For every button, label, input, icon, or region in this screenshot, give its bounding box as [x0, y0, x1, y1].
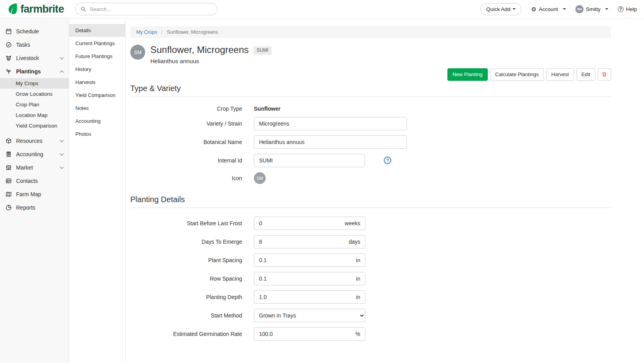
start-method-label: Start Method — [130, 312, 242, 319]
sidebar-item-livestock[interactable]: Livestock — [0, 51, 69, 65]
tab-history[interactable]: History — [69, 63, 125, 76]
crop-type-label: Crop Type — [130, 106, 242, 112]
emerge-unit-label: days — [348, 239, 360, 245]
start-method-select[interactable]: Grown in Trays — [254, 309, 365, 322]
tab-photos[interactable]: Photos — [69, 128, 125, 140]
trash-icon — [602, 71, 607, 77]
action-buttons: New Planting Calculate Plantings Harvest… — [130, 68, 611, 81]
form-row-germination: Estimated Germination Rate % — [130, 327, 611, 341]
planting-depth-unit-label: in — [356, 294, 360, 300]
chevron-down-icon — [60, 139, 64, 142]
germination-unit-label: % — [356, 331, 360, 337]
global-search[interactable] — [75, 3, 217, 15]
germination-input-group: % — [254, 327, 365, 341]
help-icon: ? — [618, 6, 624, 12]
internal-id-label: Internal Id — [130, 157, 242, 164]
form-row-start-method: Start Method Grown in Trays — [130, 309, 611, 322]
plant-spacing-input[interactable] — [254, 254, 356, 266]
sidebar-item-schedule[interactable]: Schedule — [0, 25, 69, 38]
row-spacing-input[interactable] — [254, 272, 356, 285]
edit-button[interactable]: Edit — [576, 68, 595, 81]
quick-add-button[interactable]: Quick Add — [480, 3, 522, 15]
form-row-botanical: Botanical Name — [130, 135, 611, 149]
section-type-variety: Type & Variety — [130, 84, 611, 97]
sidebar-item-yield-comparison[interactable]: Yield Comparison — [0, 120, 69, 131]
plant-icon — [5, 68, 12, 75]
tab-harvests[interactable]: Harvests — [69, 76, 125, 89]
main-content: My Crops / Sunflower, Microgreens SM Sun… — [126, 18, 644, 363]
storefront-icon — [5, 164, 12, 171]
internal-id-input[interactable] — [254, 154, 365, 167]
sidebar-item-reports[interactable]: Reports — [0, 201, 69, 214]
planting-depth-input[interactable] — [254, 291, 356, 303]
sidebar-item-grow-locations[interactable]: Grow Locations — [0, 89, 69, 99]
tab-notes[interactable]: Notes — [69, 102, 125, 115]
botanical-name-label: Botanical Name — [130, 139, 242, 145]
sidebar-item-location-map[interactable]: Location Map — [0, 110, 69, 120]
sidebar-item-farm-map[interactable]: Farm Map — [0, 188, 69, 201]
cow-icon — [5, 55, 12, 61]
form-row-icon: Icon SM — [130, 172, 611, 184]
top-navbar: farmbrite Quick Add ⚙ Account SM Smitty … — [0, 0, 644, 18]
brand-wordmark: farmbrite — [20, 4, 64, 15]
form-row-depth: Planting Depth in — [130, 290, 611, 304]
leaf-icon — [7, 3, 18, 15]
tab-current-plantings[interactable]: Current Plantings — [69, 37, 125, 50]
user-avatar: SM — [575, 5, 584, 13]
plantings-submenu: My Crops Grow Locations Crop Plan Locati… — [0, 78, 69, 131]
chevron-down-icon — [60, 56, 64, 60]
caret-down-icon — [513, 8, 516, 10]
plant-spacing-unit-label: in — [356, 257, 360, 263]
sidebar-item-market[interactable]: Market — [0, 161, 69, 174]
user-menu[interactable]: SM Smitty — [575, 5, 609, 13]
chevron-down-icon — [60, 165, 64, 169]
frost-input-group: weeks — [254, 217, 365, 230]
sidebar-item-accounting[interactable]: Accounting — [0, 148, 69, 161]
contact-card-icon — [5, 178, 12, 184]
crop-icon-avatar[interactable]: SM — [254, 172, 266, 184]
main-sidebar: Schedule Tasks Livestock Plantings My Cr… — [0, 18, 69, 363]
crop-code-badge: SUMI — [254, 46, 272, 55]
sidebar-item-tasks[interactable]: Tasks — [0, 38, 69, 51]
internal-id-help-icon[interactable]: ? — [384, 157, 391, 164]
botanical-name-input[interactable] — [254, 135, 407, 149]
emerge-label: Days To Emerge — [130, 239, 242, 245]
map-icon — [5, 191, 12, 197]
search-input[interactable] — [89, 6, 212, 13]
tab-accounting[interactable]: Accounting — [69, 115, 125, 128]
sidebar-item-crop-plan[interactable]: Crop Plan — [0, 99, 69, 110]
row-spacing-input-group: in — [254, 272, 365, 285]
tab-details[interactable]: Details — [69, 24, 125, 37]
sidebar-item-resources[interactable]: Resources — [0, 134, 69, 148]
frost-input[interactable] — [254, 217, 345, 230]
help-menu[interactable]: ? Help — [618, 6, 637, 12]
harvest-button[interactable]: Harvest — [546, 68, 574, 81]
germination-label: Estimated Germination Rate — [130, 331, 242, 337]
page-title: Sunflower, MicrogreensSUMI — [150, 44, 272, 56]
botanical-subtitle: Helianthus annuus — [150, 58, 272, 64]
sidebar-item-my-crops[interactable]: My Crops — [0, 78, 69, 89]
emerge-input[interactable] — [254, 235, 348, 248]
account-menu[interactable]: ⚙ Account — [531, 6, 566, 12]
farmbrite-logo[interactable]: farmbrite — [7, 3, 64, 15]
breadcrumb-link-my-crops[interactable]: My Crops — [136, 29, 157, 35]
sidebar-item-contacts[interactable]: Contacts — [0, 174, 69, 188]
calculate-plantings-button[interactable]: Calculate Plantings — [490, 68, 544, 81]
sidebar-item-plantings[interactable]: Plantings — [0, 65, 69, 78]
plant-spacing-label: Plant Spacing — [130, 257, 242, 263]
form-row-crop-type: Crop Type Sunflower — [130, 106, 611, 112]
check-circle-icon — [5, 42, 12, 48]
caret-down-icon — [563, 8, 566, 10]
germination-input[interactable] — [254, 328, 356, 340]
tab-yield-comparison[interactable]: Yield Comparison — [69, 89, 125, 102]
form-row-plant-spacing: Plant Spacing in — [130, 254, 611, 267]
variety-label: Variety / Strain — [130, 120, 242, 127]
crop-type-value: Sunflower — [254, 106, 281, 112]
delete-button[interactable] — [598, 68, 611, 80]
search-icon — [80, 6, 86, 12]
tab-future-plantings[interactable]: Future Plantings — [69, 50, 125, 63]
calculator-icon — [5, 151, 12, 157]
variety-input[interactable] — [254, 117, 407, 130]
new-planting-button[interactable]: New Planting — [447, 68, 488, 81]
caret-down-icon — [605, 8, 608, 10]
